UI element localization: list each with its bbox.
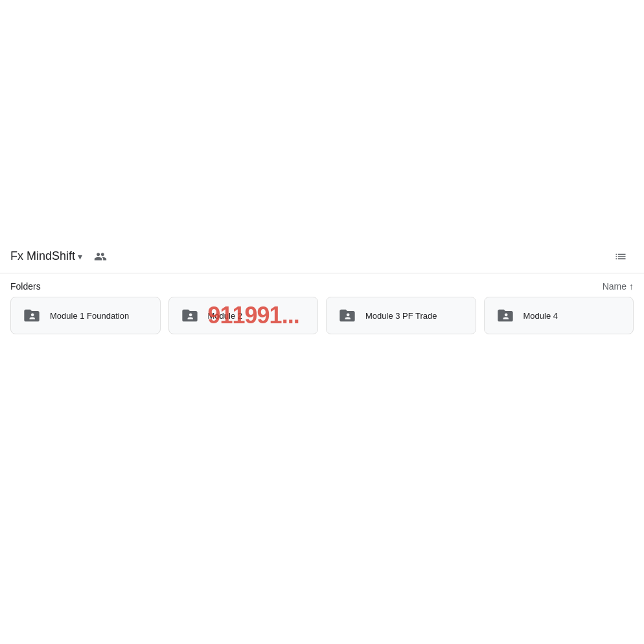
folder-card-module2[interactable]: Module 2 911991... (168, 297, 319, 334)
top-area (0, 0, 644, 240)
folders-bar: Folders Name ↑ (0, 273, 644, 297)
people-button[interactable] (87, 244, 113, 270)
list-view-icon (614, 250, 627, 263)
folders-grid: Module 1 Foundation Module 2 911991... M… (0, 297, 644, 334)
people-icon (94, 250, 107, 263)
folder-name-module1: Module 1 Foundation (50, 311, 129, 321)
folder-card-module3[interactable]: Module 3 PF Trade (326, 297, 476, 334)
shared-folder-icon (23, 306, 41, 325)
shared-folder-icon-3 (338, 306, 356, 325)
folder-card-module1[interactable]: Module 1 Foundation (10, 297, 161, 334)
folder-card-module4[interactable]: Module 4 (484, 297, 634, 334)
folder-icon-module2 (179, 305, 200, 326)
sort-label: Name (603, 281, 627, 292)
folder-icon-module1 (21, 305, 42, 326)
header-bar: Fx MindShift ▾ (0, 240, 644, 273)
drive-title-text: Fx MindShift (10, 249, 75, 263)
folder-icon-module3 (337, 305, 358, 326)
sort-arrow-icon: ↑ (629, 281, 634, 292)
folder-name-module2: Module 2 (208, 311, 242, 321)
drive-title[interactable]: Fx MindShift ▾ (10, 249, 82, 263)
header-left: Fx MindShift ▾ (10, 244, 113, 270)
folder-icon-module4 (495, 305, 516, 326)
shared-folder-icon-4 (496, 306, 514, 325)
header-right (608, 244, 634, 270)
shared-folder-icon-2 (181, 306, 199, 325)
list-view-button[interactable] (608, 244, 634, 270)
dropdown-arrow-icon: ▾ (78, 251, 82, 262)
folder-name-module3: Module 3 PF Trade (365, 311, 437, 321)
folder-name-module4: Module 4 (523, 311, 558, 321)
folders-label: Folders (10, 281, 41, 292)
sort-button[interactable]: Name ↑ (603, 281, 634, 292)
